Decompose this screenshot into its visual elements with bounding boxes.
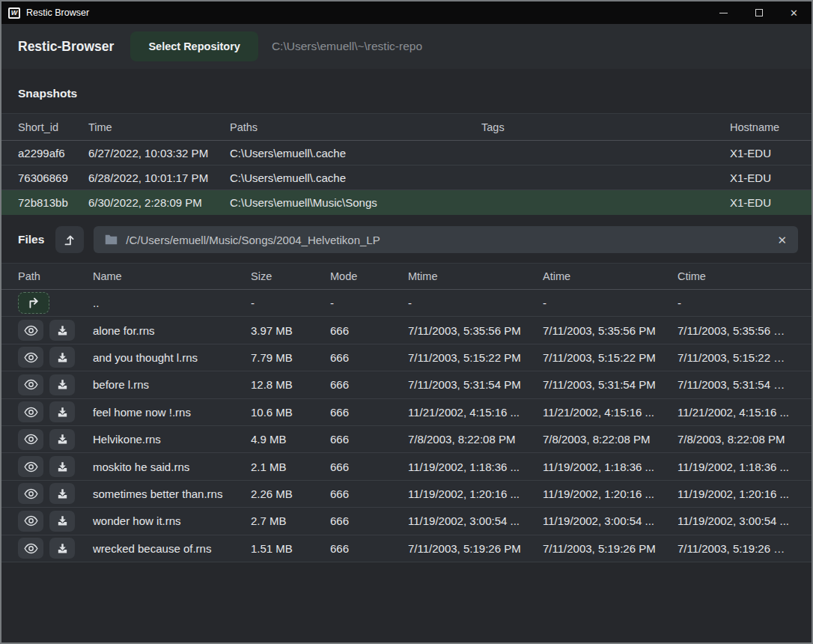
file-mode: 666 [330, 487, 408, 500]
file-size: 10.6 MB [251, 406, 330, 419]
download-file-button[interactable] [49, 429, 75, 450]
download-icon [56, 324, 69, 337]
preview-file-button[interactable] [18, 320, 43, 341]
download-icon [56, 487, 69, 500]
column-header: Hostname [730, 114, 795, 140]
current-path-value: /C/Users/emuell/Music/Songs/2004_Helveti… [126, 234, 380, 246]
snapshot-row[interactable]: a2299af6 6/27/2022, 10:03:32 PM C:\Users… [1, 141, 812, 165]
file-mtime: - [408, 297, 543, 309]
download-icon [56, 433, 69, 446]
file-row[interactable]: alone for.rns 3.97 MB 666 7/11/2003, 5:3… [1, 317, 812, 344]
snapshot-hostname: X1-EDU [730, 196, 795, 209]
file-size: 2.7 MB [251, 514, 330, 527]
file-name: wonder how it.rns [93, 514, 251, 527]
file-row-actions [18, 374, 93, 395]
snapshot-hostname: X1-EDU [730, 171, 795, 184]
file-row-actions [18, 483, 93, 504]
file-name: alone for.rns [93, 324, 251, 337]
preview-file-button[interactable] [18, 511, 43, 532]
snapshot-row[interactable]: 72b813bb 6/30/2022, 2:28:09 PM C:\Users\… [1, 190, 812, 215]
download-file-button[interactable] [49, 483, 75, 504]
preview-file-button[interactable] [18, 374, 43, 395]
file-name: feel home now !.rns [93, 406, 251, 419]
file-row-actions [18, 429, 93, 450]
eye-icon [24, 407, 38, 418]
column-header: Paths [230, 114, 481, 140]
minimize-button[interactable] [706, 1, 741, 24]
preview-file-button[interactable] [18, 429, 43, 450]
clear-path-button[interactable]: ✕ [777, 234, 787, 246]
snapshot-short-id: a2299af6 [18, 147, 88, 160]
column-header: Tags [481, 114, 730, 140]
file-ctime: 7/11/2003, 5:19:26 PM [678, 542, 795, 555]
file-row[interactable]: feel home now !.rns 10.6 MB 666 11/21/20… [1, 399, 812, 426]
file-mode: 666 [330, 433, 408, 446]
file-name: wrecked because of.rns [93, 542, 251, 555]
app-logo-icon: W [8, 7, 20, 19]
file-row[interactable]: moskito he said.rns 2.1 MB 666 11/19/200… [1, 453, 812, 480]
file-ctime: 11/19/2002, 3:00:54 ... [678, 514, 795, 527]
maximize-icon [755, 9, 763, 16]
files-title: Files [18, 233, 44, 246]
download-file-button[interactable] [49, 511, 75, 532]
eye-icon [24, 325, 38, 336]
snapshot-hostname: X1-EDU [730, 147, 795, 160]
column-header: Short_id [18, 114, 88, 140]
file-row[interactable]: wrecked because of.rns 1.51 MB 666 7/11/… [1, 535, 812, 562]
close-button[interactable]: ✕ [776, 1, 812, 24]
file-row[interactable]: sometimes better than.rns 2.26 MB 666 11… [1, 481, 812, 508]
snapshot-paths: C:\Users\emuell\Music\Songs [230, 196, 481, 209]
file-mtime: 7/11/2003, 5:19:26 PM [408, 542, 543, 555]
file-ctime: 7/11/2003, 5:35:56 PM [678, 324, 795, 337]
preview-file-button[interactable] [18, 347, 43, 368]
file-row[interactable]: before l.rns 12.8 MB 666 7/11/2003, 5:31… [1, 371, 812, 398]
preview-file-button[interactable] [18, 456, 43, 477]
current-path-field[interactable]: /C/Users/emuell/Music/Songs/2004_Helveti… [94, 226, 798, 253]
preview-file-button[interactable] [18, 483, 43, 504]
download-file-button[interactable] [49, 456, 75, 477]
file-atime: 7/11/2003, 5:35:56 PM [543, 324, 678, 337]
download-file-button[interactable] [49, 347, 75, 368]
file-ctime: - [678, 297, 795, 309]
parent-directory-row[interactable]: .. - - - - - [1, 290, 812, 317]
select-repository-button[interactable]: Select Repository [130, 31, 258, 61]
file-row[interactable]: and you thought l.rns 7.79 MB 666 7/11/2… [1, 344, 812, 371]
file-atime: 7/8/2003, 8:22:08 PM [543, 433, 678, 446]
download-file-button[interactable] [49, 401, 75, 422]
file-ctime: 11/19/2002, 1:20:16 ... [678, 487, 795, 500]
file-atime: 11/19/2002, 3:00:54 ... [543, 514, 678, 527]
snapshot-time: 6/28/2022, 10:01:17 PM [88, 171, 230, 184]
preview-file-button[interactable] [18, 538, 43, 559]
snapshot-short-id: 72b813bb [18, 196, 88, 209]
open-parent-directory-button[interactable] [18, 292, 49, 314]
file-size: 3.97 MB [251, 324, 330, 337]
go-up-directory-button[interactable] [55, 226, 84, 253]
file-ctime: 7/11/2003, 5:31:54 PM [678, 378, 795, 391]
eye-icon [24, 515, 38, 526]
file-mtime: 11/19/2002, 1:20:16 ... [408, 487, 543, 500]
file-ctime: 11/19/2002, 1:18:36 ... [678, 461, 795, 473]
file-row-actions [18, 347, 93, 368]
file-row[interactable]: Helvikone.rns 4.9 MB 666 7/8/2003, 8:22:… [1, 426, 812, 453]
file-mtime: 7/11/2003, 5:35:56 PM [408, 324, 543, 337]
file-row[interactable]: wonder how it.rns 2.7 MB 666 11/19/2002,… [1, 508, 812, 535]
maximize-button[interactable] [741, 1, 776, 24]
file-mode: 666 [330, 351, 408, 364]
snapshot-row[interactable]: 76306869 6/28/2022, 10:01:17 PM C:\Users… [1, 165, 812, 190]
download-file-button[interactable] [49, 374, 75, 395]
preview-file-button[interactable] [18, 401, 43, 422]
file-mtime: 7/8/2003, 8:22:08 PM [408, 433, 543, 446]
download-file-button[interactable] [49, 320, 75, 341]
download-icon [56, 406, 69, 419]
files-table-body: alone for.rns 3.97 MB 666 7/11/2003, 5:3… [1, 317, 812, 562]
download-file-button[interactable] [49, 538, 75, 559]
file-name: and you thought l.rns [93, 351, 251, 364]
titlebar: W Restic Browser ✕ [1, 1, 812, 24]
file-row-actions [18, 511, 93, 532]
eye-icon [24, 379, 38, 390]
column-header: Atime [543, 264, 678, 289]
minimize-icon [719, 13, 728, 13]
file-name: moskito he said.rns [93, 461, 251, 473]
column-header: Ctime [678, 264, 795, 289]
column-header: Mtime [408, 264, 543, 289]
